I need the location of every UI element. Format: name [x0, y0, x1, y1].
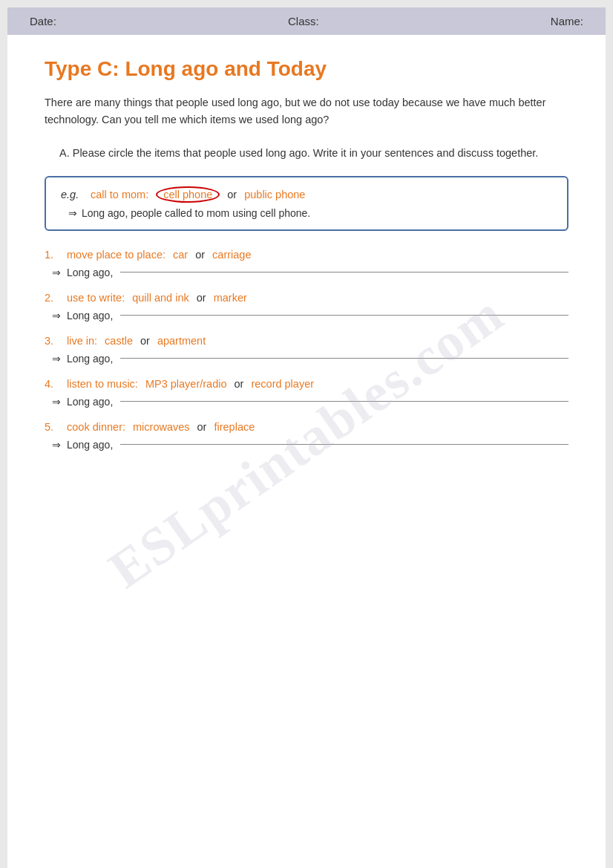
q3-or: or — [140, 335, 150, 347]
example-answer: ⇒ Long ago, people called to mom using c… — [68, 207, 552, 219]
q3-number: 3. — [45, 335, 59, 347]
q1-or: or — [195, 249, 205, 261]
eg-option2: public phone — [244, 189, 305, 200]
q1-topic: move place to place: — [67, 249, 165, 261]
q1-option1: car — [173, 249, 188, 261]
q4-answer-line: ⇒ Long ago, — [52, 396, 568, 408]
example-box: e.g. call to mom: cell phone or public p… — [45, 176, 568, 231]
q1-arrow: ⇒ — [52, 267, 61, 278]
q5-line-rule — [120, 444, 568, 445]
q5-option1: microwaves — [133, 421, 190, 433]
q4-number: 4. — [45, 378, 59, 390]
q2-option1: quill and ink — [132, 292, 189, 304]
q2-topic: use to write: — [67, 292, 125, 304]
question-5-row: 5. cook dinner: microwaves or fireplace — [45, 421, 568, 433]
date-label: Date: — [30, 15, 56, 27]
page-title: Type C: Long ago and Today — [45, 57, 568, 81]
q1-number: 1. — [45, 249, 59, 261]
question-1: 1. move place to place: car or carriage … — [45, 249, 568, 278]
question-2: 2. use to write: quill and ink or marker… — [45, 292, 568, 322]
q5-option2: fireplace — [214, 421, 255, 433]
main-content: Type C: Long ago and Today There are man… — [7, 50, 606, 479]
q2-line-rule — [120, 315, 568, 316]
intro-text: There are many things that people used l… — [45, 94, 568, 128]
example-row: e.g. call to mom: cell phone or public p… — [61, 186, 552, 203]
q1-answer-line: ⇒ Long ago, — [52, 267, 568, 278]
eg-topic: call to mom: — [91, 189, 148, 200]
q5-number: 5. — [45, 421, 59, 433]
q5-answer-line: ⇒ Long ago, — [52, 439, 568, 451]
q4-prefix: Long ago, — [67, 396, 113, 408]
question-2-row: 2. use to write: quill and ink or marker — [45, 292, 568, 304]
q5-or: or — [197, 421, 207, 433]
eg-label: e.g. — [61, 189, 83, 200]
q5-prefix: Long ago, — [67, 439, 113, 451]
q2-or: or — [197, 292, 206, 304]
question-1-row: 1. move place to place: car or carriage — [45, 249, 568, 261]
eg-option1-circled: cell phone — [156, 186, 220, 203]
q5-arrow: ⇒ — [52, 439, 61, 451]
q2-option2: marker — [214, 292, 247, 304]
example-arrow: ⇒ — [68, 207, 77, 219]
q4-line-rule — [120, 401, 568, 402]
q5-topic: cook dinner: — [67, 421, 125, 433]
q2-arrow: ⇒ — [52, 310, 61, 322]
q1-option2: carriage — [212, 249, 251, 261]
q4-or: or — [235, 378, 244, 390]
class-label: Class: — [288, 15, 319, 27]
q3-prefix: Long ago, — [67, 353, 113, 365]
q4-option1: MP3 player/radio — [145, 378, 227, 390]
q2-number: 2. — [45, 292, 59, 304]
question-5: 5. cook dinner: microwaves or fireplace … — [45, 421, 568, 451]
q2-answer-line: ⇒ Long ago, — [52, 310, 568, 322]
question-3-row: 3. live in: castle or apartment — [45, 335, 568, 347]
questions-section: 1. move place to place: car or carriage … — [45, 249, 568, 451]
q4-topic: listen to music: — [67, 378, 138, 390]
q4-option2: record player — [251, 378, 314, 390]
q3-line-rule — [120, 358, 568, 359]
q3-topic: live in: — [67, 335, 97, 347]
question-3: 3. live in: castle or apartment ⇒ Long a… — [45, 335, 568, 365]
q1-line-rule — [120, 272, 568, 273]
worksheet-page: ESLprintables.com Date: Class: Name: Typ… — [7, 7, 606, 868]
example-answer-text: Long ago, people called to mom using cel… — [82, 207, 310, 219]
q2-prefix: Long ago, — [67, 310, 113, 322]
q3-option2: apartment — [157, 335, 206, 347]
name-label: Name: — [551, 15, 583, 27]
question-4-row: 4. listen to music: MP3 player/radio or … — [45, 378, 568, 390]
q3-arrow: ⇒ — [52, 353, 61, 365]
q4-arrow: ⇒ — [52, 396, 61, 408]
q3-option1: castle — [105, 335, 133, 347]
question-4: 4. listen to music: MP3 player/radio or … — [45, 378, 568, 408]
instruction-text: A. Please circle the items that people u… — [59, 145, 568, 162]
eg-or: or — [227, 189, 237, 200]
q1-prefix: Long ago, — [67, 267, 113, 278]
header-bar: Date: Class: Name: — [7, 7, 606, 35]
q3-answer-line: ⇒ Long ago, — [52, 353, 568, 365]
